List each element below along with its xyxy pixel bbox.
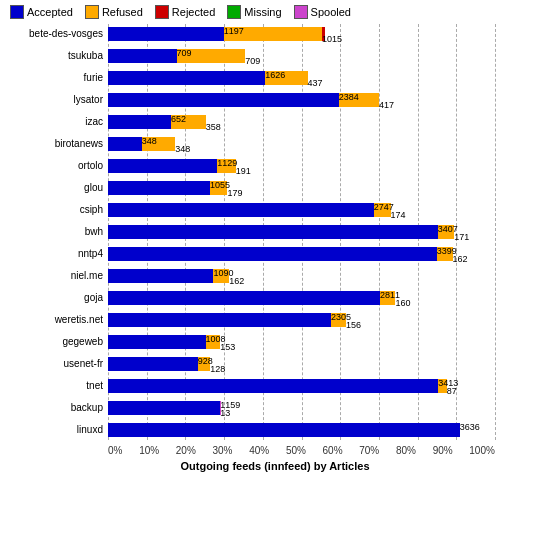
bar-value-second: 87	[447, 386, 457, 396]
legend-color-box	[155, 5, 169, 19]
bar-row: goja2811160	[108, 288, 495, 308]
bar-row: csiph2747174	[108, 200, 495, 220]
bar-value-second: 358	[206, 122, 221, 132]
bars-wrapper: 115913	[108, 401, 495, 415]
bar-accepted	[108, 181, 210, 195]
row-label: gegeweb	[0, 332, 103, 352]
row-label: lysator	[0, 90, 103, 110]
legend-item: Missing	[227, 5, 281, 19]
x-tick: 30%	[213, 445, 233, 456]
row-label: backup	[0, 398, 103, 418]
bar-accepted	[108, 203, 374, 217]
bars-wrapper: 1008153	[108, 335, 495, 349]
bar-value-second: 348	[175, 144, 190, 154]
x-tick: 0%	[108, 445, 122, 456]
bar-value-accepted: 1197	[224, 26, 244, 36]
bar-value-second: 128	[210, 364, 225, 374]
bars-wrapper: 3636	[108, 423, 495, 437]
bar-value-second: 13	[220, 408, 230, 418]
row-label: bete-des-vosges	[0, 24, 103, 44]
bar-row: lysator2384417	[108, 90, 495, 110]
bar-row: bwh3407171	[108, 222, 495, 242]
row-label: birotanews	[0, 134, 103, 154]
bar-accepted	[108, 269, 213, 283]
row-label: bwh	[0, 222, 103, 242]
bars-wrapper: 3407171	[108, 225, 495, 239]
bar-value-second: 153	[220, 342, 235, 352]
bar-accepted	[108, 357, 198, 371]
bar-row: izac652358	[108, 112, 495, 132]
bar-value-second: 162	[453, 254, 468, 264]
bar-value-second: 174	[391, 210, 406, 220]
x-tick: 50%	[286, 445, 306, 456]
bar-value-second: 171	[454, 232, 469, 242]
bar-row: glou1055179	[108, 178, 495, 198]
bars-wrapper: 2747174	[108, 203, 495, 217]
row-label: glou	[0, 178, 103, 198]
row-label: niel.me	[0, 266, 103, 286]
bar-accepted	[108, 137, 142, 151]
bars-wrapper: 1090162	[108, 269, 495, 283]
x-tick: 80%	[396, 445, 416, 456]
legend-item: Spooled	[294, 5, 351, 19]
bars-wrapper: 2811160	[108, 291, 495, 305]
legend: AcceptedRefusedRejectedMissingSpooled	[0, 0, 550, 24]
legend-label: Accepted	[27, 6, 73, 18]
x-tick: 60%	[323, 445, 343, 456]
bar-value-accepted: 2384	[339, 92, 359, 102]
bars-wrapper: 1055179	[108, 181, 495, 195]
bar-accepted	[108, 159, 217, 173]
bar-row: niel.me1090162	[108, 266, 495, 286]
row-label: tsukuba	[0, 46, 103, 66]
bar-value-accepted: 1129	[217, 158, 237, 168]
bar-accepted	[108, 225, 438, 239]
bar-accepted	[108, 313, 331, 327]
x-axis: 0%10%20%30%40%50%60%70%80%90%100%	[108, 442, 495, 456]
legend-item: Accepted	[10, 5, 73, 19]
bar-value-accepted: 348	[142, 136, 157, 146]
row-label: linuxd	[0, 420, 103, 440]
bar-value-second: 179	[227, 188, 242, 198]
bars-wrapper: 1626437	[108, 71, 495, 85]
bar-accepted	[108, 291, 380, 305]
x-tick: 100%	[469, 445, 495, 456]
grid-line	[495, 24, 496, 440]
bar-accepted	[108, 335, 206, 349]
bar-row: nntp43399162	[108, 244, 495, 264]
legend-color-box	[294, 5, 308, 19]
bar-value-accepted: 709	[177, 48, 192, 58]
bar-row: ortolo1129191	[108, 156, 495, 176]
x-tick: 10%	[139, 445, 159, 456]
bars-wrapper: 1129191	[108, 159, 495, 173]
x-tick: 40%	[249, 445, 269, 456]
bar-accepted	[108, 49, 177, 63]
bars-wrapper: 2305156	[108, 313, 495, 327]
bar-value-second: 162	[229, 276, 244, 286]
legend-item: Refused	[85, 5, 143, 19]
x-title: Outgoing feeds (innfeed) by Articles	[0, 460, 550, 472]
bar-value-second: 191	[236, 166, 251, 176]
legend-label: Missing	[244, 6, 281, 18]
bar-value-second: 156	[346, 320, 361, 330]
bar-row: tsukuba709709	[108, 46, 495, 66]
row-label: nntp4	[0, 244, 103, 264]
x-tick: 20%	[176, 445, 196, 456]
chart-container: AcceptedRefusedRejectedMissingSpooled be…	[0, 0, 550, 555]
row-label: weretis.net	[0, 310, 103, 330]
bar-value-second: 1015	[322, 34, 342, 44]
bars-wrapper: 928128	[108, 357, 495, 371]
bar-accepted	[108, 423, 460, 437]
legend-label: Rejected	[172, 6, 215, 18]
bar-value-second: 437	[308, 78, 323, 88]
bars-wrapper: 3399162	[108, 247, 495, 261]
row-label: izac	[0, 112, 103, 132]
row-label: ortolo	[0, 156, 103, 176]
bar-row: linuxd3636	[108, 420, 495, 440]
bar-accepted	[108, 71, 265, 85]
legend-label: Refused	[102, 6, 143, 18]
bar-row: backup115913	[108, 398, 495, 418]
bar-value-accepted: 1626	[265, 70, 285, 80]
legend-color-box	[10, 5, 24, 19]
legend-item: Rejected	[155, 5, 215, 19]
bar-value-accepted: 3636	[460, 422, 480, 432]
